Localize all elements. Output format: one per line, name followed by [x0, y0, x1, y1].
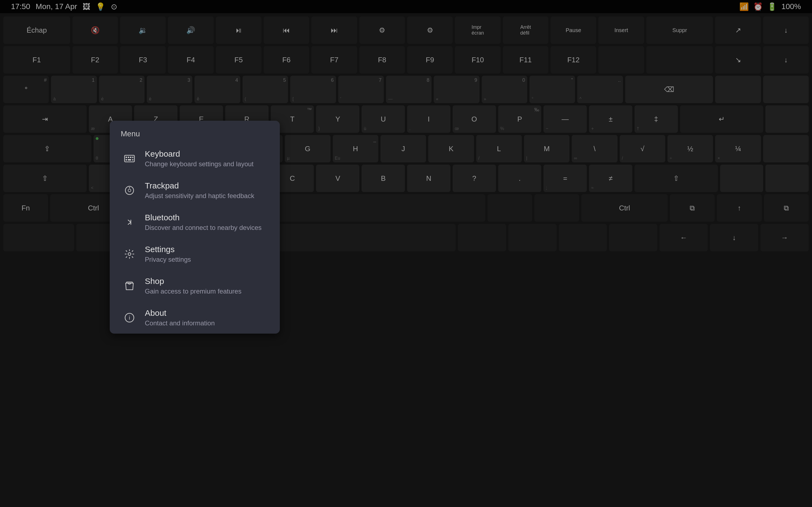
svg-point-10: [129, 187, 130, 188]
svg-rect-1: [126, 157, 127, 158]
svg-rect-3: [130, 157, 131, 158]
menu-item-trackpad-title: Trackpad: [145, 181, 254, 190]
menu-item-shop-subtitle: Gain access to premium features: [145, 287, 241, 295]
svg-rect-2: [128, 157, 129, 158]
keyboard-icon: [123, 152, 136, 165]
menu-item-shop-title: Shop: [145, 277, 241, 286]
menu-item-about-subtitle: Contact and information: [145, 319, 215, 327]
svg-point-9: [128, 189, 131, 192]
menu-item-keyboard-text: Keyboard Change keyboard settings and la…: [145, 149, 253, 168]
svg-point-11: [128, 253, 131, 256]
svg-rect-4: [132, 157, 133, 158]
menu-item-shop-text: Shop Gain access to premium features: [145, 277, 241, 295]
menu-item-trackpad[interactable]: Trackpad Adjust sensitivity and haptic f…: [112, 174, 278, 206]
menu-item-about-text: About Contact and information: [145, 308, 215, 327]
menu-item-about-title: About: [145, 308, 215, 318]
shop-icon: [123, 279, 136, 292]
menu-item-shop[interactable]: Shop Gain access to premium features: [112, 270, 278, 302]
menu-item-trackpad-text: Trackpad Adjust sensitivity and haptic f…: [145, 181, 254, 200]
menu-item-about[interactable]: i About Contact and information: [112, 302, 278, 334]
menu-item-bluetooth-subtitle: Discover and connect to nearby devices: [145, 224, 262, 232]
menu-item-settings[interactable]: Settings Privacy settings: [112, 238, 278, 270]
menu-item-settings-text: Settings Privacy settings: [145, 245, 191, 263]
menu-item-keyboard-title: Keyboard: [145, 149, 253, 159]
menu-title: Menu: [110, 121, 280, 143]
menu-item-keyboard-subtitle: Change keyboard settings and layout: [145, 160, 253, 168]
settings-icon: [123, 247, 136, 261]
menu-item-bluetooth[interactable]: Bluetooth Discover and connect to nearby…: [112, 206, 278, 238]
svg-text:i: i: [129, 315, 130, 321]
svg-rect-6: [128, 159, 131, 161]
svg-rect-5: [126, 159, 127, 161]
menu-popup: Menu Keyboard Change keyboard settings a…: [110, 121, 280, 334]
menu-item-keyboard[interactable]: Keyboard Change keyboard settings and la…: [112, 143, 278, 174]
menu-item-bluetooth-text: Bluetooth Discover and connect to nearby…: [145, 213, 262, 232]
about-icon: i: [123, 311, 136, 324]
trackpad-icon: [123, 184, 136, 197]
svg-rect-7: [132, 159, 133, 161]
svg-rect-0: [124, 155, 134, 162]
menu-item-bluetooth-title: Bluetooth: [145, 213, 262, 222]
menu-item-trackpad-subtitle: Adjust sensitivity and haptic feedback: [145, 192, 254, 200]
menu-item-settings-subtitle: Privacy settings: [145, 256, 191, 263]
menu-item-settings-title: Settings: [145, 245, 191, 254]
bluetooth-icon: [123, 216, 136, 229]
